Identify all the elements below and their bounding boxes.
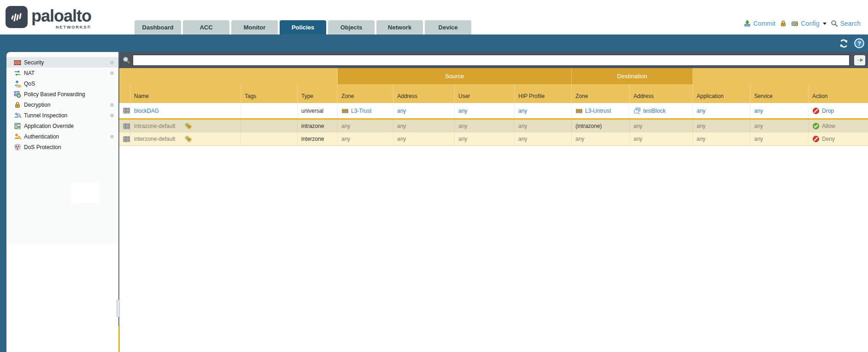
nat-arrows-icon (14, 69, 21, 77)
dst-address-link[interactable]: testBlock (643, 108, 666, 114)
item-dot (110, 61, 114, 64)
brand-subtitle: NETWORKS® (31, 25, 91, 29)
tab-network[interactable]: Network (376, 20, 423, 35)
sidebar-item-nat[interactable]: NAT (6, 68, 118, 78)
source-group-header: Source (338, 68, 572, 84)
service-value: any (754, 136, 763, 142)
svg-text:?: ? (857, 40, 861, 47)
col-header-type[interactable]: Type (298, 84, 338, 103)
filter-bar (119, 52, 868, 68)
chevron-down-icon (823, 23, 827, 25)
rule-number-handle[interactable] (123, 123, 130, 129)
zone-fence-icon (575, 107, 583, 115)
brand-name: paloalto (31, 8, 91, 24)
rule-number-handle[interactable] (123, 136, 130, 142)
refresh-icon[interactable] (839, 39, 849, 48)
sidebar-item-security[interactable]: Security (6, 57, 118, 68)
commit-icon (744, 20, 751, 27)
col-header-src-address[interactable]: Address (393, 84, 455, 103)
policy-main-panel: Source Destination Name Tags Type Zone A… (118, 52, 868, 352)
service-link[interactable]: any (754, 108, 763, 114)
auth-user-key-icon (14, 133, 21, 140)
utility-bar: Commit Config S (744, 17, 868, 29)
config-menu[interactable]: Config (791, 20, 826, 27)
apply-filter-button[interactable] (854, 55, 865, 65)
policy-row-intrazone-default[interactable]: intrazone-default intrazone any any (119, 120, 868, 133)
policy-row-interzone-default[interactable]: interzone-default interzone any any (119, 133, 868, 145)
user-value: any (458, 123, 467, 129)
src-address-link[interactable]: any (397, 108, 406, 114)
action-value: Deny (822, 136, 835, 142)
action-link[interactable]: Drop (822, 108, 834, 114)
src-zone-link[interactable]: L3-Trust (351, 108, 371, 114)
paloalto-logo-icon (6, 6, 28, 28)
padlock-icon (14, 101, 21, 109)
address-object-icon (633, 107, 641, 115)
col-header-dst-zone[interactable]: Zone (572, 84, 630, 103)
qos-icon: QoS (14, 80, 21, 87)
sidebar-item-decryption[interactable]: Decryption (6, 99, 118, 110)
search-icon (831, 20, 838, 27)
src-zone-value: any (341, 136, 350, 142)
table-header-groups: Source Destination (119, 68, 868, 84)
col-header-application[interactable]: Application (693, 84, 751, 103)
top-header: paloalto NETWORKS® Dashboard ACC Monitor… (0, 0, 868, 35)
destination-group-header: Destination (572, 68, 693, 84)
rule-number-handle[interactable] (123, 108, 130, 114)
tab-objects[interactable]: Objects (328, 20, 375, 35)
col-header-name[interactable]: Name (130, 84, 241, 103)
help-icon[interactable]: ? (854, 38, 864, 48)
tab-policies[interactable]: Policies (280, 20, 326, 35)
svg-text:QoS: QoS (17, 85, 21, 87)
rule-name-link[interactable]: blockDAG (134, 108, 159, 114)
tab-monitor[interactable]: Monitor (231, 20, 278, 35)
sidebar-item-qos[interactable]: QoS QoS (6, 78, 118, 89)
commit-button[interactable]: Commit (744, 20, 775, 27)
col-header-src-zone[interactable]: Zone (338, 84, 393, 103)
override-gear-icon[interactable] (185, 135, 192, 143)
main-nav-tabs: Dashboard ACC Monitor Policies Objects N… (135, 20, 471, 35)
col-header-service[interactable]: Service (751, 84, 809, 103)
user-value: any (458, 136, 467, 142)
green-arrow-icon (856, 57, 863, 63)
application-value: any (697, 136, 705, 142)
deny-icon (812, 107, 820, 115)
user-link[interactable]: any (458, 108, 467, 114)
col-header-hip-profile[interactable]: HIP Profile (515, 84, 572, 103)
tab-device[interactable]: Device (425, 20, 471, 35)
tags-cell (241, 103, 298, 118)
type-cell: interzone (298, 133, 338, 145)
tab-dashboard[interactable]: Dashboard (135, 20, 181, 35)
rule-name[interactable]: interzone-default (134, 136, 175, 142)
application-link[interactable]: any (697, 108, 705, 114)
item-dot (110, 114, 114, 117)
col-header-action[interactable]: Action (809, 84, 868, 103)
lock-icon[interactable] (780, 20, 787, 27)
sidebar-item-policy-based-forwarding[interactable]: Policy Based Forwarding (6, 89, 118, 99)
dst-zone-link[interactable]: L3-Untrust (585, 108, 611, 114)
app-table-icon (14, 122, 21, 130)
policy-row-blockdag[interactable]: blockDAG universal L3-Trust any any any (119, 103, 868, 118)
sidebar-splitter-handle[interactable] (117, 300, 120, 317)
sidebar-item-tunnel-inspection[interactable]: Tunnel Inspection (6, 110, 118, 121)
search-menu[interactable]: Search (831, 20, 861, 27)
brick-wall-icon (14, 59, 21, 66)
sidebar-item-authentication[interactable]: Authentication (6, 131, 118, 142)
tab-acc[interactable]: ACC (183, 20, 229, 35)
hip-value: any (518, 123, 527, 129)
src-address-value: any (397, 123, 406, 129)
sidebar-item-dos-protection[interactable]: DoS Protection (6, 142, 118, 152)
col-header-tags[interactable]: Tags (241, 84, 298, 103)
col-header-user[interactable]: User (455, 84, 515, 103)
dst-address-value: any (633, 123, 642, 129)
rule-name[interactable]: intrazone-default (134, 123, 175, 129)
hip-link[interactable]: any (518, 108, 527, 114)
sidebar-item-application-override[interactable]: Application Override (6, 121, 118, 131)
col-header-dst-address[interactable]: Address (630, 84, 693, 103)
forwarding-icon (14, 91, 21, 98)
zone-fence-icon (341, 107, 349, 115)
application-value: any (697, 123, 705, 129)
deny-icon (812, 135, 820, 143)
policy-filter-input[interactable] (133, 55, 850, 66)
override-gear-icon[interactable] (185, 122, 192, 130)
